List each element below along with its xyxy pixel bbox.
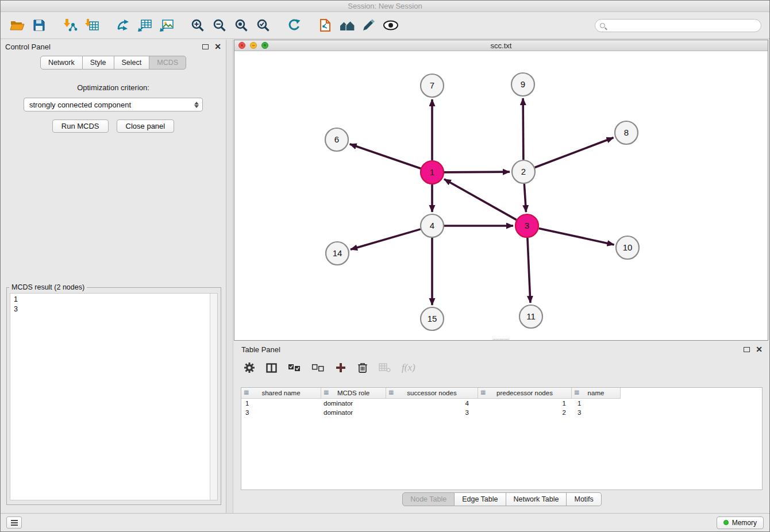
table-row[interactable]: 3dominator323 <box>241 408 762 417</box>
graph-edge-3-1[interactable] <box>444 179 517 220</box>
network-canvas[interactable]: 7968124314101511 <box>234 51 768 340</box>
graph-edge-3-10[interactable] <box>539 228 614 244</box>
minimize-window-icon[interactable] <box>250 42 257 49</box>
graph-edge-2-3[interactable] <box>524 184 526 212</box>
graph-edge-4-14[interactable] <box>351 229 421 249</box>
optimization-criterion-select[interactable]: strongly connected component <box>24 98 203 111</box>
zoom-fit-button[interactable] <box>230 14 252 36</box>
tab-network[interactable]: Network <box>40 56 83 70</box>
window-resize-handle[interactable] <box>494 339 509 341</box>
memory-button[interactable]: Memory <box>717 516 764 529</box>
table-cell: 3 <box>572 408 621 417</box>
graph-node-label: 11 <box>526 311 536 321</box>
tab-edge-table[interactable]: Edge Table <box>455 492 506 506</box>
zoom-out-button[interactable] <box>209 14 230 36</box>
tab-node-table[interactable]: Node Table <box>402 492 455 506</box>
marker-pen-icon <box>362 19 376 32</box>
new-network-button[interactable] <box>112 14 134 36</box>
graph-edge-1-2[interactable] <box>444 172 510 172</box>
table-row[interactable]: 1dominator411 <box>241 399 762 408</box>
document-network-icon <box>318 18 332 32</box>
control-panel-header: Control Panel ✕ <box>1 40 226 53</box>
close-panel-button[interactable]: Close panel <box>117 119 175 133</box>
maximize-window-icon[interactable] <box>261 42 268 49</box>
column-header-shared-name[interactable]: shared name <box>241 388 321 399</box>
main-toolbar <box>1 12 769 39</box>
highlight-filter-button[interactable] <box>358 14 380 36</box>
graph-edge-2-8[interactable] <box>535 138 614 168</box>
image-export-icon <box>159 18 174 32</box>
memory-button-label: Memory <box>732 519 757 527</box>
gear-icon <box>244 362 255 373</box>
graph-edge-3-11[interactable] <box>528 238 530 303</box>
search-icon <box>600 23 605 28</box>
tab-select[interactable]: Select <box>114 56 150 70</box>
application-window: Session: New Session <box>0 0 770 532</box>
delete-column-button[interactable] <box>357 362 368 373</box>
save-session-button[interactable] <box>28 14 50 36</box>
column-header-MCDS-role[interactable]: MCDS role <box>321 388 386 399</box>
apply-layout-button[interactable] <box>283 14 305 36</box>
home-button[interactable] <box>336 14 358 36</box>
table-cell: 4 <box>386 399 478 408</box>
tab-network-table[interactable]: Network Table <box>506 492 567 506</box>
table-cell: 3 <box>386 408 478 417</box>
search-input[interactable] <box>605 20 761 32</box>
panel-splitter[interactable] <box>226 40 233 513</box>
mcds-result-list: 13 <box>10 294 217 314</box>
zoom-selected-button[interactable] <box>252 14 274 36</box>
task-history-button[interactable] <box>6 516 22 529</box>
tab-motifs[interactable]: Motifs <box>567 492 601 506</box>
table-body: 1dominator4113dominator323 <box>241 399 762 417</box>
show-columns-button[interactable] <box>266 363 277 373</box>
column-header-name[interactable]: name <box>572 388 621 399</box>
table-cell: dominator <box>321 399 386 408</box>
table-panel-header: Table Panel ✕ <box>233 342 770 356</box>
zoom-fit-icon <box>234 18 249 33</box>
show-hide-button[interactable] <box>380 14 402 36</box>
float-panel-icon[interactable] <box>202 44 209 49</box>
result-scrollbar[interactable] <box>210 294 217 500</box>
graph-node-label: 14 <box>333 248 342 258</box>
export-image-button[interactable] <box>156 14 178 36</box>
close-table-panel-icon[interactable]: ✕ <box>756 345 763 353</box>
add-column-button[interactable] <box>335 362 346 373</box>
zoom-in-button[interactable] <box>187 14 209 36</box>
float-table-panel-icon[interactable] <box>744 347 750 352</box>
close-panel-icon[interactable]: ✕ <box>214 43 221 51</box>
column-header-predecessor-nodes[interactable]: predecessor nodes <box>478 388 572 399</box>
tab-mcds[interactable]: MCDS <box>149 56 186 70</box>
result-line: 3 <box>10 304 217 314</box>
plus-icon <box>335 362 346 373</box>
deselect-all-icon <box>311 364 324 372</box>
close-window-icon[interactable] <box>238 42 245 49</box>
refresh-icon <box>287 18 301 32</box>
column-header-label: successor nodes <box>407 390 456 396</box>
deselect-all-button[interactable] <box>311 364 324 372</box>
graph-node-label: 1 <box>430 167 434 177</box>
clone-network-button[interactable] <box>314 14 336 36</box>
network-window-titlebar: scc.txt <box>234 40 768 51</box>
column-type-icon <box>574 390 579 395</box>
column-header-label: MCDS role <box>337 390 369 396</box>
column-header-successor-nodes[interactable]: successor nodes <box>386 388 478 399</box>
import-table-button[interactable] <box>81 14 103 36</box>
run-mcds-button[interactable]: Run MCDS <box>52 119 109 133</box>
table-header-row: shared nameMCDS rolesuccessor nodesprede… <box>241 388 762 399</box>
import-table-icon <box>84 18 99 32</box>
open-session-button[interactable] <box>6 14 28 36</box>
table-settings-button[interactable] <box>244 362 255 373</box>
delete-table-button[interactable] <box>379 363 391 372</box>
network-window: scc.txt 7968124314101511 <box>234 40 768 341</box>
tab-style[interactable]: Style <box>83 56 114 70</box>
column-type-icon <box>244 390 249 395</box>
search-field[interactable] <box>595 19 761 32</box>
function-builder-button[interactable]: f(x) <box>402 362 415 373</box>
import-network-button[interactable] <box>59 14 81 36</box>
table-arrow-icon <box>137 18 152 32</box>
mcds-result-box: 13 <box>10 293 218 500</box>
network-table-button[interactable] <box>134 14 156 36</box>
graph-edge-1-6[interactable] <box>350 144 421 168</box>
graph-edge-2-9[interactable] <box>523 98 523 160</box>
select-all-button[interactable] <box>288 364 301 372</box>
